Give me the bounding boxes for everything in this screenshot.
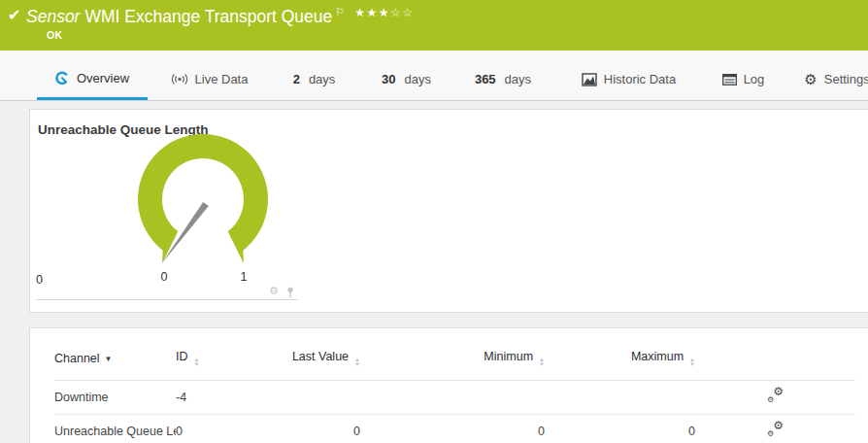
cell-last-value: 0	[263, 415, 360, 443]
gauge-settings-gear-icon[interactable]: ⚙	[269, 286, 279, 296]
cell-minimum	[360, 381, 545, 415]
tab-2-days[interactable]: 2 days	[278, 51, 351, 100]
col-header-last-value[interactable]: Last Value▲▼	[263, 340, 360, 381]
sensor-status-header: ✔ SensorWMI Exchange Transport Queue⚐★★★…	[0, 0, 868, 51]
gauge-scale-max: 1	[234, 270, 253, 284]
gauge-baseline	[36, 299, 298, 300]
gear-icon: ⚙	[804, 72, 817, 86]
sort-icon: ▲▼	[689, 358, 695, 366]
pin-icon[interactable]	[284, 287, 296, 299]
tab-30-days[interactable]: 30 days	[370, 51, 443, 100]
table-row[interactable]: Unreachable Queue Len... 0 0 0 0 ⚙⚙	[54, 415, 855, 443]
status-check-icon: ✔	[8, 6, 20, 24]
channel-settings-gears-icon[interactable]: ⚙⚙	[767, 389, 784, 403]
table-row[interactable]: Downtime -4 ⚙⚙	[54, 381, 855, 415]
historic-chart-icon	[582, 73, 597, 86]
cell-id: 0	[176, 415, 263, 443]
gauge-current-value: 0	[36, 273, 43, 287]
sort-icon: ▲▼	[539, 358, 545, 366]
col-header-id[interactable]: ID▲▼	[176, 340, 263, 381]
tab-log[interactable]: Log	[712, 51, 775, 100]
cell-maximum	[545, 381, 695, 415]
tab-live-data[interactable]: Live Data	[158, 51, 260, 100]
gauge-panel: Unreachable Queue Length 0 0 1 ⚙	[29, 109, 868, 313]
object-type-label: Sensor	[26, 7, 80, 26]
col-header-minimum[interactable]: Minimum▲▼	[360, 340, 545, 381]
sort-icon: ▲▼	[354, 358, 360, 366]
tab-bar: Overview Live Data 2 days 30 days 365 da…	[0, 51, 868, 101]
sort-icon: ▲▼	[194, 358, 200, 366]
status-badge: OK	[47, 29, 63, 41]
cell-maximum: 0	[545, 415, 695, 443]
gauge-icon	[55, 71, 70, 85]
channel-table: Channel▼ ID▲▼ Last Value▲▼ Minimum▲▼ Max…	[54, 340, 855, 443]
gauge-scale-min: 0	[154, 270, 174, 284]
page-title: SensorWMI Exchange Transport Queue⚐★★★☆☆	[26, 7, 414, 27]
cell-minimum: 0	[360, 415, 545, 443]
tab-historic-data[interactable]: Historic Data	[573, 51, 684, 100]
tab-settings[interactable]: ⚙ Settings	[798, 51, 868, 100]
cell-channel[interactable]: Downtime	[54, 381, 176, 415]
table-header-row: Channel▼ ID▲▼ Last Value▲▼ Minimum▲▼ Max…	[54, 340, 855, 381]
sort-desc-icon: ▼	[105, 355, 113, 363]
channel-table-panel: Channel▼ ID▲▼ Last Value▲▼ Minimum▲▼ Max…	[29, 327, 868, 443]
sensor-title: WMI Exchange Transport Queue	[84, 7, 332, 26]
priority-stars[interactable]: ★★★☆☆	[354, 6, 414, 19]
tab-365-days[interactable]: 365 days	[464, 51, 542, 100]
log-list-icon	[722, 74, 737, 85]
col-header-channel[interactable]: Channel▼	[54, 340, 176, 381]
col-header-actions	[695, 340, 855, 381]
cell-id: -4	[176, 381, 263, 415]
cell-last-value	[263, 381, 360, 415]
channel-settings-gears-icon[interactable]: ⚙⚙	[767, 423, 784, 437]
cell-channel[interactable]: Unreachable Queue Len...	[54, 415, 176, 443]
flag-icon[interactable]: ⚐	[335, 6, 345, 17]
col-header-maximum[interactable]: Maximum▲▼	[545, 340, 695, 381]
tab-overview[interactable]: Overview	[37, 51, 148, 100]
broadcast-icon	[171, 73, 188, 85]
